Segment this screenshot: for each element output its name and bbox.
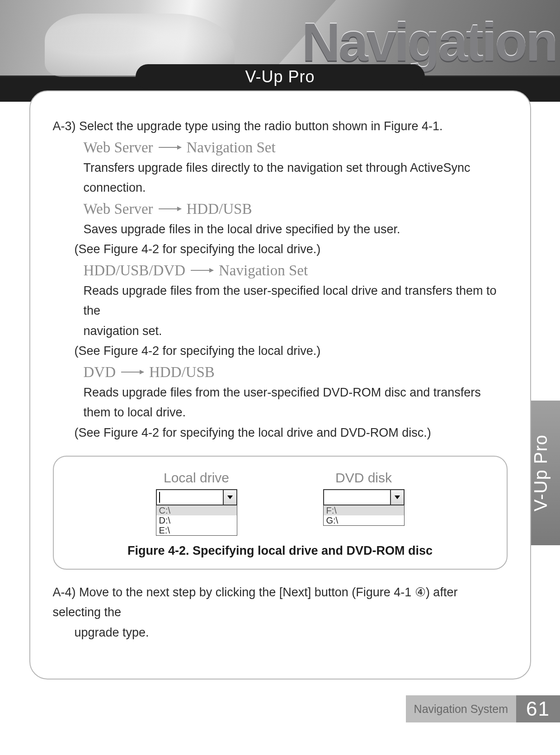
banner-title: Navigation [302, 11, 556, 73]
dvd-disk-select[interactable] [323, 489, 405, 505]
arrow-right-icon [159, 208, 181, 209]
step-a4-line1: A-4) Move to the next step by clicking t… [53, 582, 508, 623]
section-title-pill: V-Up Pro [136, 64, 425, 89]
figure-caption: Figure 4-2. Specifying local drive and D… [72, 544, 489, 558]
local-drive-select[interactable] [156, 489, 237, 505]
page-footer: Navigation System 61 [406, 695, 560, 722]
dvd-disk-widget: DVD disk F:\ G:\ [307, 470, 420, 536]
opt2-to: HDD/USB [187, 201, 252, 217]
opt1-desc: Transfers upgrade files directly to the … [84, 158, 508, 198]
arrow-right-icon [191, 270, 213, 271]
opt3-from: HDD/USB/DVD [84, 262, 186, 279]
dropdown-arrow-icon[interactable] [390, 490, 404, 505]
dvd-disk-list[interactable]: F:\ G:\ [323, 505, 405, 526]
opt3-note: (See Figure 4-2 for specifying the local… [75, 341, 508, 361]
list-item[interactable]: F:\ [324, 505, 404, 515]
arrow-right-icon [121, 372, 144, 373]
opt2-from: Web Server [84, 201, 153, 217]
step-a3-intro: A-3) Select the upgrade type using the r… [53, 116, 508, 137]
opt1-to: Navigation Set [187, 139, 276, 156]
opt4-desc: Reads upgrade files from the user-specif… [84, 382, 508, 423]
upgrade-option-4: DVD HDD/USB [84, 364, 508, 381]
step-a4-line2: upgrade type. [75, 623, 508, 643]
content-frame: A-3) Select the upgrade type using the r… [29, 90, 531, 680]
opt4-to: HDD/USB [149, 364, 215, 381]
opt2-desc: Saves upgrade files in the local drive s… [84, 219, 508, 240]
footer-section-label: Navigation System [406, 695, 516, 722]
opt1-from: Web Server [84, 139, 153, 156]
dvd-disk-label: DVD disk [335, 470, 392, 486]
opt4-note: (See Figure 4-2 for specifying the local… [75, 423, 508, 443]
side-tab-label: V-Up Pro [531, 434, 551, 511]
opt3-to: Navigation Set [219, 262, 308, 279]
upgrade-option-2: Web Server HDD/USB [84, 201, 508, 217]
dropdown-arrow-icon[interactable] [223, 490, 236, 505]
footer-page-number: 61 [516, 695, 560, 722]
upgrade-option-1: Web Server Navigation Set [84, 139, 508, 156]
local-drive-widget: Local drive C:\ D:\ E:\ [140, 470, 253, 536]
opt3-desc2: navigation set. [84, 321, 508, 341]
list-item[interactable]: G:\ [324, 515, 404, 525]
opt2-note: (See Figure 4-2 for specifying the local… [75, 239, 508, 260]
opt4-from: DVD [84, 364, 116, 381]
list-item[interactable]: C:\ [156, 505, 237, 515]
arrow-right-icon [159, 147, 181, 148]
figure-4-2-panel: Local drive C:\ D:\ E:\ DVD disk F:\ G:\ [53, 456, 508, 570]
list-item[interactable]: D:\ [156, 515, 237, 525]
upgrade-option-3: HDD/USB/DVD Navigation Set [84, 262, 508, 279]
local-drive-list[interactable]: C:\ D:\ E:\ [156, 505, 237, 536]
list-item[interactable]: E:\ [156, 525, 237, 535]
section-title: V-Up Pro [245, 67, 315, 86]
local-drive-label: Local drive [164, 470, 229, 486]
opt3-desc1: Reads upgrade files from the user-specif… [84, 281, 508, 321]
